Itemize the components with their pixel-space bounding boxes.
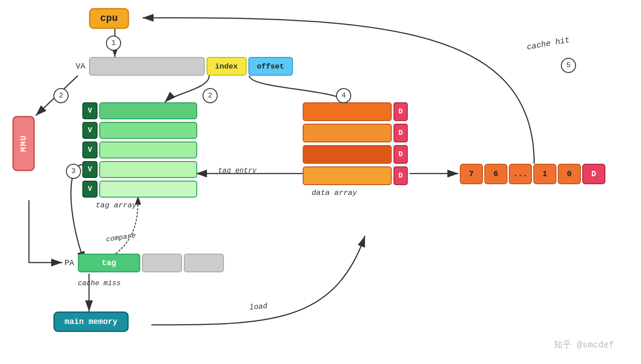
pa-gray1-segment — [142, 254, 182, 272]
cache-miss-label: cache miss — [78, 279, 121, 287]
tag-green-1 — [99, 102, 197, 119]
step-4-circle: 4 — [336, 88, 351, 103]
tag-array-label: tag array — [96, 201, 211, 210]
load-label: load — [249, 302, 268, 311]
va-label: VA — [76, 62, 85, 71]
watermark: 知乎 @smcdef — [554, 339, 614, 351]
tag-row-4: V — [82, 161, 197, 178]
data-d-4: D — [394, 166, 408, 185]
va-bar: VA index offset — [76, 57, 293, 76]
tag-v-4: V — [82, 161, 97, 178]
pa-tag-segment: tag — [78, 254, 140, 272]
step-1-circle: 1 — [106, 36, 121, 51]
mmu-label: MMU — [19, 135, 28, 152]
cache-cell-1: 1 — [533, 164, 556, 184]
data-row-3: D — [303, 145, 408, 164]
data-d-2: D — [394, 124, 408, 142]
cache-line: 7 6 ... 1 0 D — [458, 164, 605, 184]
data-orange-1 — [303, 102, 392, 121]
cache-cell-6: 6 — [484, 164, 507, 184]
tag-green-5 — [99, 181, 197, 198]
tag-array: V V V V V tag array — [82, 102, 197, 210]
cache-cell-0: 0 — [558, 164, 581, 184]
tag-entry-label: tag entry — [218, 167, 256, 175]
data-d-1: D — [394, 102, 408, 121]
pa-bar: PA tag — [65, 254, 224, 272]
tag-row-2: V — [82, 122, 197, 139]
va-offset-segment: offset — [248, 57, 293, 76]
va-gray-segment — [89, 57, 205, 76]
data-row-4: D — [303, 166, 408, 185]
tag-row-1: V — [82, 102, 197, 119]
cache-cell-d: D — [582, 164, 605, 184]
cache-cell-7: 7 — [460, 164, 483, 184]
data-orange-2 — [303, 124, 392, 142]
mmu-box: MMU — [12, 116, 35, 171]
pa-label: PA — [65, 259, 74, 267]
diagram-container: cpu 1 VA index offset 2 2 MMU V V V — [0, 0, 641, 364]
main-memory-box: main memory — [53, 311, 129, 332]
cache-hit-label: cache hit — [526, 36, 570, 52]
tag-row-5: V — [82, 181, 197, 198]
data-array-label: data array — [312, 189, 417, 197]
step-3-circle: 3 — [66, 164, 81, 179]
step-2a-circle: 2 — [53, 88, 69, 103]
data-orange-3 — [303, 145, 392, 164]
tag-green-2 — [99, 122, 197, 139]
tag-v-1: V — [82, 102, 97, 119]
data-array: D D D D data array — [303, 102, 408, 197]
tag-v-3: V — [82, 142, 97, 158]
va-index-segment: index — [207, 57, 247, 76]
cpu-box: cpu — [89, 8, 129, 29]
step-2b-circle: 2 — [203, 88, 218, 103]
data-d-3: D — [394, 145, 408, 164]
main-memory-label: main memory — [65, 317, 118, 326]
cpu-label: cpu — [100, 13, 118, 24]
compare-label: compare — [105, 231, 136, 243]
cache-cell-ellipsis: ... — [509, 164, 532, 184]
tag-green-4 — [99, 161, 197, 178]
tag-v-2: V — [82, 122, 97, 139]
pa-gray2-segment — [184, 254, 224, 272]
tag-v-5: V — [82, 181, 97, 198]
tag-row-3: V — [82, 142, 197, 158]
data-row-2: D — [303, 124, 408, 142]
data-orange-4 — [303, 166, 392, 185]
tag-green-3 — [99, 142, 197, 158]
step-5-circle: 5 — [561, 58, 576, 73]
data-row-1: D — [303, 102, 408, 121]
